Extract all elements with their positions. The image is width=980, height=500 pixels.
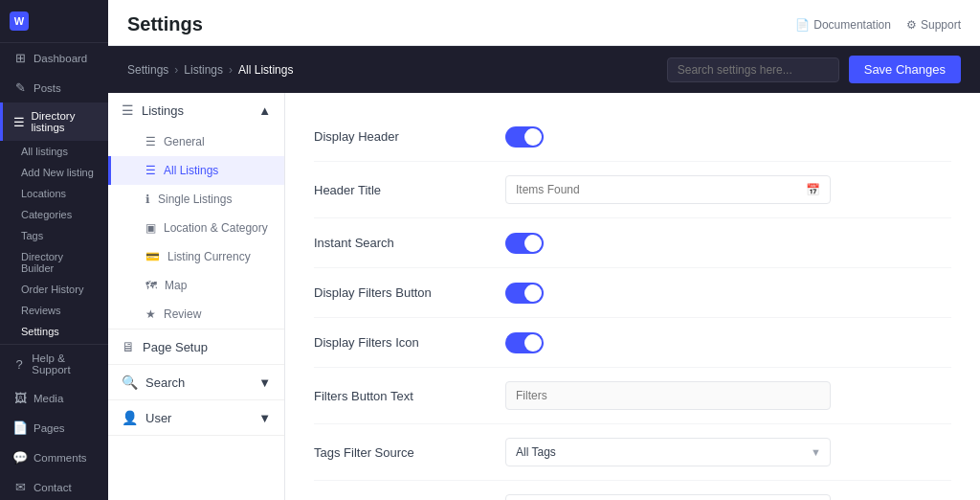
single-listings-label: Single Listings [158, 193, 232, 206]
directory-icon: ☰ [12, 115, 25, 129]
sidebar-sub-tags[interactable]: Tags [0, 225, 108, 246]
instant-search-toggle[interactable] [505, 233, 544, 254]
support-icon: ⚙ [906, 18, 917, 32]
setting-row-instant-search: Instant Search [314, 218, 951, 268]
save-changes-button[interactable]: Save Changes [849, 56, 961, 83]
sidebar-item-label: Contact [33, 482, 72, 493]
tags-filter-source-select[interactable]: All Tags Custom [505, 438, 831, 466]
ss-section-search: 🔍 Search ▼ [108, 365, 284, 400]
ss-item-all-listings[interactable]: ☰ All Listings [108, 156, 284, 185]
sidebar-section-bottom: ? Help & Support 🖼 Media 📄 Pages 💬 Comme… [0, 344, 108, 500]
sidebar-sub-order-history[interactable]: Order History [0, 279, 108, 300]
sidebar-sub-all-listings[interactable]: All listings [0, 141, 108, 162]
ss-section-user: 👤 User ▼ [108, 400, 284, 436]
instant-search-label: Instant Search [314, 236, 505, 250]
sidebar-item-directory-listings[interactable]: ☰ Directory listings [0, 102, 108, 141]
breadcrumb-sep-2: › [229, 63, 233, 77]
help-icon: ? [12, 357, 26, 372]
main-area: Settings 📄 Documentation ⚙ Support Setti… [108, 0, 980, 500]
sh-left-user: 👤 User [122, 410, 171, 425]
display-header-label: Display Header [314, 129, 505, 144]
sidebar-sub-locations[interactable]: Locations [0, 183, 108, 204]
default-radius-control [505, 494, 951, 500]
wp-sidebar: W ⊞ Dashboard ✎ Posts ☰ Directory listin… [0, 0, 108, 500]
breadcrumb: Settings › Listings › All Listings [127, 63, 293, 77]
all-listings-icon: ☰ [145, 164, 156, 177]
location-label: Location & Category [164, 221, 268, 235]
sidebar-item-label: Posts [33, 82, 61, 94]
tags-filter-source-control: All Tags Custom ▼ [505, 438, 951, 466]
sidebar-sub-directory-builder[interactable]: Directory Builder [0, 246, 108, 279]
ss-item-listing-currency[interactable]: 💳 Listing Currency [108, 242, 284, 271]
currency-icon: 💳 [145, 250, 160, 263]
settings-sidebar: ☰ Listings ▲ ☰ General ☰ All Listings ℹ … [108, 93, 285, 500]
setting-row-tags-filter-source: Tags Filter Source All Tags Custom ▼ [314, 424, 951, 481]
toggle-wrap-4 [505, 332, 951, 353]
breadcrumb-listings[interactable]: Listings [184, 63, 223, 77]
page-header-right: 📄 Documentation ⚙ Support [795, 18, 961, 32]
toggle-wrap-3 [505, 283, 951, 304]
header-title-input[interactable] [516, 183, 806, 196]
setting-row-default-radius: Default Radius Distance [314, 481, 951, 500]
comments-icon: 💬 [12, 450, 28, 465]
documentation-link[interactable]: 📄 Documentation [795, 18, 891, 32]
ss-section-search-header[interactable]: 🔍 Search ▼ [108, 365, 284, 399]
page-title: Settings [127, 13, 203, 35]
ss-section-page-setup-header[interactable]: 🖥 Page Setup [108, 330, 284, 364]
display-filters-icon-toggle[interactable] [505, 332, 544, 353]
breadcrumb-settings[interactable]: Settings [127, 63, 168, 77]
ss-item-general[interactable]: ☰ General [108, 127, 284, 156]
support-link[interactable]: ⚙ Support [906, 18, 961, 32]
ss-item-location-category[interactable]: ▣ Location & Category [108, 214, 284, 242]
search-section-label: Search [145, 375, 185, 390]
search-settings-input[interactable] [667, 57, 839, 82]
ss-section-user-header[interactable]: 👤 User ▼ [108, 400, 284, 435]
ss-item-single-listings[interactable]: ℹ Single Listings [108, 185, 284, 214]
sidebar-sub-reviews[interactable]: Reviews [0, 300, 108, 321]
sidebar-item-posts[interactable]: ✎ Posts [0, 73, 108, 102]
sidebar-item-media[interactable]: 🖼 Media [0, 383, 108, 413]
ss-section-listings: ☰ Listings ▲ ☰ General ☰ All Listings ℹ … [108, 93, 284, 330]
page-setup-icon: 🖥 [122, 339, 135, 354]
sidebar-sub-categories[interactable]: Categories [0, 204, 108, 225]
tags-filter-source-label: Tags Filter Source [314, 445, 505, 460]
sidebar-item-label: Directory listings [31, 110, 99, 133]
ss-item-review[interactable]: ★ Review [108, 300, 284, 329]
tags-filter-select-wrap: All Tags Custom ▼ [505, 438, 831, 466]
display-filters-icon-control [505, 332, 951, 353]
filters-button-text-input[interactable] [505, 381, 831, 410]
sidebar-sub-settings[interactable]: Settings [0, 321, 108, 342]
single-listings-icon: ℹ [145, 193, 150, 206]
display-filters-button-toggle[interactable] [505, 283, 544, 304]
user-section-label: User [145, 411, 171, 425]
default-radius-input[interactable] [505, 494, 831, 500]
dashboard-icon: ⊞ [12, 51, 28, 65]
ss-section-listings-header[interactable]: ☰ Listings ▲ [108, 93, 284, 127]
display-header-toggle[interactable] [505, 126, 544, 148]
sidebar-item-label: Media [33, 393, 63, 404]
sidebar-logo: W [0, 0, 108, 43]
page-setup-label: Page Setup [143, 340, 208, 354]
display-header-control [505, 126, 951, 148]
sidebar-sub-add-new[interactable]: Add New listing [0, 162, 108, 183]
general-icon: ☰ [145, 135, 156, 148]
sh-left-page-setup: 🖥 Page Setup [122, 339, 208, 354]
ss-item-map[interactable]: 🗺 Map [108, 271, 284, 300]
sidebar-item-comments[interactable]: 💬 Comments [0, 443, 108, 472]
setting-row-display-header: Display Header [314, 112, 951, 162]
sidebar-item-help[interactable]: ? Help & Support [0, 345, 108, 383]
sidebar-item-contact[interactable]: ✉ Contact [0, 472, 108, 500]
listings-section-chevron: ▲ [258, 103, 271, 118]
toggle-wrap [505, 126, 951, 148]
sidebar-item-dashboard[interactable]: ⊞ Dashboard [0, 43, 108, 73]
calendar-icon: 📅 [806, 183, 820, 196]
breadcrumb-right: Save Changes [667, 56, 961, 83]
display-filters-icon-label: Display Filters Icon [314, 335, 505, 350]
documentation-icon: 📄 [795, 18, 810, 32]
all-listings-label: All Listings [164, 164, 218, 177]
user-chevron: ▼ [258, 411, 271, 425]
contact-icon: ✉ [12, 480, 28, 494]
listings-section-label: Listings [142, 103, 184, 118]
sidebar-item-pages[interactable]: 📄 Pages [0, 413, 108, 443]
header-title-label: Header Title [314, 183, 505, 197]
